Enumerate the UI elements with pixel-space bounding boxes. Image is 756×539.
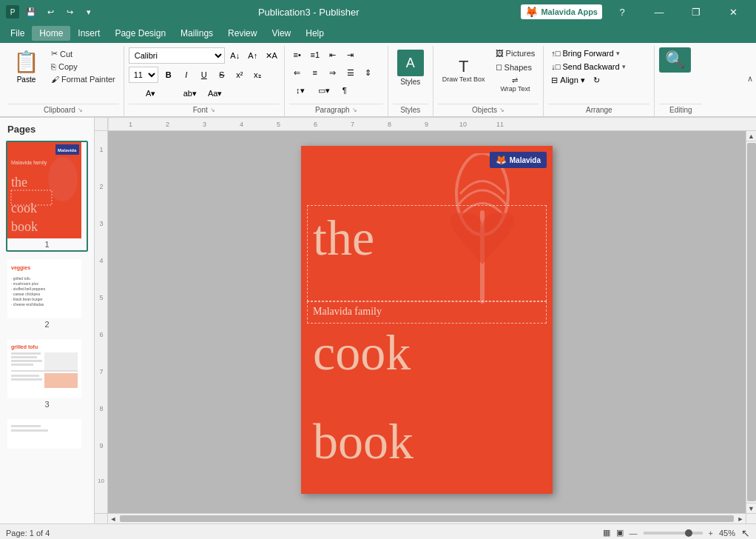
help-button[interactable]: ? — [605, 0, 639, 24]
cut-icon: ✂ — [51, 49, 58, 58]
align-left-button[interactable]: ⇐ — [289, 65, 306, 80]
normal-view-icon[interactable]: ▣ — [616, 528, 624, 538]
picture-button[interactable]: 🖼 Pictures — [492, 47, 539, 59]
scroll-left-button[interactable]: ◄ — [108, 514, 118, 523]
ruler-h-svg: 1 2 3 4 5 6 7 8 9 10 11 — [108, 118, 756, 131]
wrap-text-button[interactable]: ⇌ Wrap Text — [492, 75, 539, 94]
change-case-button[interactable]: Aa▾ — [207, 86, 223, 101]
zoom-out-button[interactable]: — — [630, 529, 638, 538]
menu-mailings[interactable]: Mailings — [173, 26, 220, 41]
font-size-select[interactable]: 11 — [129, 67, 158, 83]
cover-text-cook: cook — [313, 327, 411, 378]
svg-text:7: 7 — [99, 368, 103, 375]
find-button[interactable]: 🔍 — [659, 47, 691, 73]
redo-button[interactable]: ↪ — [62, 4, 77, 19]
menu-review[interactable]: Review — [220, 26, 264, 41]
styles-button[interactable]: A Styles — [393, 47, 428, 88]
document-canvas[interactable]: 🦊 Malavida the Malavida family cook — [108, 131, 746, 513]
send-backward-icon: ↓□ — [551, 62, 560, 71]
shapes-button[interactable]: ◻ Shapes — [492, 61, 539, 73]
restore-button[interactable]: ❐ — [679, 0, 713, 24]
scroll-h-thumb[interactable] — [120, 515, 734, 522]
page-thumbnail-2[interactable]: veggies · grilled tofu · mushroom plov ·… — [6, 258, 88, 332]
svg-text:veggies: veggies — [11, 265, 30, 271]
menu-home[interactable]: Home — [32, 26, 70, 41]
show-hide-button[interactable]: ¶ — [337, 83, 353, 98]
indent-increase-button[interactable]: ⇥ — [342, 47, 359, 62]
scroll-up-button[interactable]: ▲ — [746, 131, 757, 141]
objects-expand-icon[interactable]: ↘ — [499, 107, 504, 113]
align-right-button[interactable]: ⇒ — [325, 65, 341, 80]
italic-button[interactable]: I — [178, 67, 195, 82]
scroll-thumb[interactable] — [747, 143, 756, 501]
cover-malavida-logo: 🦊 Malavida — [490, 152, 547, 168]
text-direction-button[interactable]: ⇕ — [360, 65, 377, 80]
clear-formatting-button[interactable]: ✕A — [263, 48, 280, 63]
subscript-button[interactable]: x₂ — [249, 67, 266, 82]
zoom-thumb[interactable] — [685, 529, 692, 537]
text-highlight-button[interactable]: ab▾ — [175, 86, 205, 101]
title-bar-left: P 💾 ↩ ↪ ▾ — [6, 4, 96, 19]
align-center-button[interactable]: ≡ — [307, 65, 323, 80]
bring-forward-icon: ↑□ — [551, 49, 560, 58]
rotate-button[interactable]: ↻ — [590, 74, 603, 87]
send-backward-dropdown[interactable]: ▾ — [622, 63, 626, 70]
font-family-select[interactable]: Calibri — [129, 47, 225, 64]
paste-icon: 📋 — [13, 50, 39, 74]
page-thumbnail-1[interactable]: the Malavida family cook book Malavida 1 — [6, 141, 88, 252]
menu-page-design[interactable]: Page Design — [107, 26, 173, 41]
ruler-corner — [95, 118, 108, 131]
numbered-list-button[interactable]: ≡1 — [307, 47, 323, 62]
svg-rect-20 — [11, 356, 37, 358]
find-icon: 🔍 — [665, 50, 685, 70]
font-color-button[interactable]: A▾ — [129, 86, 173, 101]
font-size-increase-button[interactable]: A↑ — [245, 48, 261, 63]
close-button[interactable]: ✕ — [716, 0, 750, 24]
minimize-button[interactable]: — — [642, 0, 676, 24]
font-expand-icon[interactable]: ↘ — [210, 107, 215, 113]
svg-text:· stuffed bell peppers: · stuffed bell peppers — [11, 287, 46, 291]
menu-help[interactable]: Help — [298, 26, 331, 41]
cut-button[interactable]: ✂ Cut — [47, 47, 119, 60]
pages-panel-title: Pages — [0, 118, 94, 138]
paragraph-expand-icon[interactable]: ↘ — [352, 107, 357, 113]
zoom-in-button[interactable]: + — [709, 529, 713, 538]
save-button[interactable]: 💾 — [24, 4, 38, 19]
strikethrough-button[interactable]: S — [214, 67, 230, 82]
zoom-slider[interactable] — [644, 532, 703, 535]
paste-button[interactable]: 📋 Paste — [7, 47, 45, 86]
clipboard-expand-icon[interactable]: ↘ — [78, 107, 83, 113]
bring-forward-button[interactable]: ↑□ Bring Forward ▾ — [548, 47, 622, 59]
draw-text-box-button[interactable]: T Draw Text Box — [438, 47, 490, 94]
align-button[interactable]: ⊟ Align ▾ — [548, 74, 588, 87]
send-backward-button[interactable]: ↓□ Send Backward ▾ — [548, 61, 628, 73]
line-spacing-button[interactable]: ↕▾ — [289, 83, 311, 98]
scroll-down-button[interactable]: ▼ — [746, 503, 757, 513]
page-thumbnail-4[interactable] — [6, 418, 88, 450]
menu-insert[interactable]: Insert — [70, 26, 107, 41]
font-size-decrease-button[interactable]: A↓ — [227, 48, 243, 63]
bullet-list-button[interactable]: ≡• — [289, 47, 306, 62]
indent-decrease-button[interactable]: ⇤ — [325, 47, 341, 62]
menu-file[interactable]: File — [3, 26, 32, 41]
scrollbar-vertical[interactable]: ▲ ▼ — [746, 131, 756, 513]
svg-text:2: 2 — [99, 183, 103, 190]
scrollbar-horizontal[interactable]: ◄ ► — [95, 513, 756, 523]
menu-view[interactable]: View — [264, 26, 298, 41]
undo-button[interactable]: ↩ — [43, 4, 58, 19]
copy-button[interactable]: ⎘ Copy — [47, 61, 119, 73]
superscript-button[interactable]: x² — [232, 67, 248, 82]
format-painter-button[interactable]: 🖌 Format Painter — [47, 73, 119, 85]
ribbon-collapse-button[interactable]: ∧ — [747, 74, 753, 84]
bold-button[interactable]: B — [161, 67, 177, 82]
bring-forward-dropdown[interactable]: ▾ — [616, 50, 620, 57]
page-thumbnail-3[interactable]: grilled tofu 3 — [6, 338, 88, 412]
underline-button[interactable]: U — [196, 67, 212, 82]
svg-text:the: the — [11, 175, 27, 190]
quick-access-dropdown[interactable]: ▾ — [81, 4, 96, 19]
layout-view-icon[interactable]: ▦ — [603, 528, 610, 538]
justify-button[interactable]: ☰ — [342, 65, 359, 80]
shading-button[interactable]: ▭▾ — [313, 83, 335, 98]
app-icon: P — [6, 5, 19, 19]
scroll-right-button[interactable]: ► — [735, 514, 746, 523]
